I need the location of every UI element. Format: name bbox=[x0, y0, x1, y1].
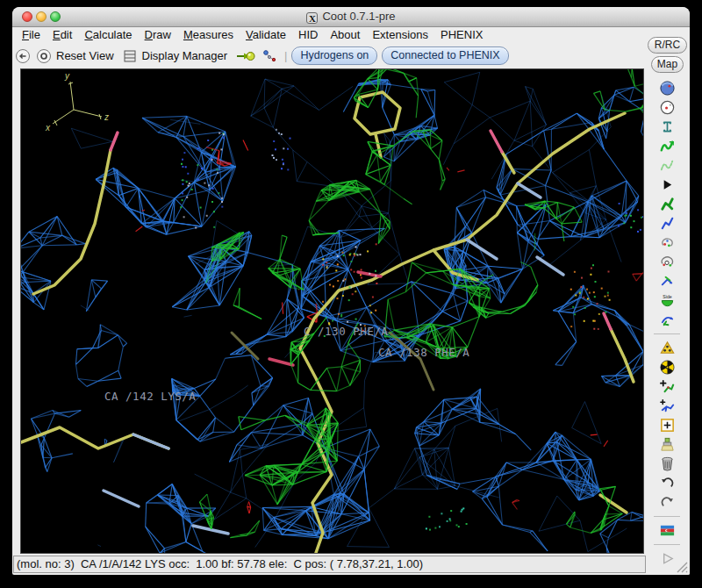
hydrogens-toggle-button[interactable]: Hydrogens on bbox=[291, 47, 377, 65]
clear-pending-icon[interactable] bbox=[658, 435, 677, 454]
menu-item-draw[interactable]: Draw bbox=[139, 28, 177, 41]
menu-item-edit[interactable]: Edit bbox=[47, 28, 78, 41]
titlebar[interactable]: XCoot 0.7.1-pre bbox=[12, 7, 690, 27]
fixed-atoms-icon[interactable] bbox=[658, 118, 677, 136]
toolbar: Reset View Display Manager | Hydrogens o… bbox=[12, 43, 642, 68]
mutate-auto-fit-icon[interactable] bbox=[658, 339, 677, 357]
menu-item-phenix[interactable]: PHENIX bbox=[434, 28, 489, 41]
menu-item-hid[interactable]: HID bbox=[292, 28, 324, 41]
real-space-refine-icon[interactable] bbox=[658, 137, 677, 155]
tandem-refine-icon[interactable] bbox=[658, 98, 677, 117]
add-alt-conf-icon[interactable] bbox=[658, 397, 677, 415]
molecule-icon[interactable] bbox=[261, 48, 277, 64]
reset-view-icon[interactable] bbox=[36, 48, 52, 64]
run-button-icon[interactable] bbox=[658, 549, 677, 568]
delete-item-icon[interactable] bbox=[658, 455, 677, 473]
x11-app-icon: X bbox=[306, 12, 318, 24]
menu-item-measures[interactable]: Measures bbox=[177, 28, 240, 41]
app-window: XCoot 0.7.1-pre FileEditCalculateDrawMea… bbox=[12, 7, 690, 575]
window-title: XCoot 0.7.1-pre bbox=[12, 10, 690, 24]
svg-text:z: z bbox=[104, 112, 109, 122]
undo-icon[interactable] bbox=[658, 474, 677, 492]
menu-item-extensions[interactable]: Extensions bbox=[366, 28, 434, 41]
status-bar: (mol. no: 3) CA /1/A/142 LYS occ: 1.00 b… bbox=[13, 556, 646, 573]
strip-separator bbox=[654, 516, 680, 517]
phenix-connection-button[interactable]: Connected to PHENIX bbox=[382, 47, 508, 65]
menu-bar: FileEditCalculateDrawMeasuresValidateHID… bbox=[12, 28, 690, 43]
display-manager-button[interactable]: Display Manager bbox=[142, 49, 228, 62]
map-toggle-button[interactable]: Map bbox=[651, 56, 684, 73]
toolbar-separator: | bbox=[284, 49, 287, 62]
sphere-refine-icon[interactable] bbox=[658, 79, 677, 97]
model-tool-strip: Side bbox=[644, 79, 690, 568]
flip-peptide-icon[interactable] bbox=[658, 272, 677, 290]
strip-separator bbox=[654, 544, 680, 545]
edit-chi-angles-icon[interactable] bbox=[658, 233, 677, 252]
side-chain-180-icon[interactable]: Side bbox=[658, 291, 677, 310]
reset-view-button[interactable]: Reset View bbox=[56, 49, 114, 62]
residue-label: CA /142 LYS/A bbox=[104, 390, 196, 403]
add-terminal-residue-icon[interactable] bbox=[658, 377, 677, 396]
flag-icon[interactable] bbox=[658, 521, 677, 540]
svg-text:y: y bbox=[64, 71, 70, 81]
simple-mutate-icon[interactable] bbox=[658, 358, 677, 376]
rotamers-icon[interactable] bbox=[658, 214, 677, 233]
strip-separator bbox=[654, 333, 680, 334]
back-view-icon[interactable] bbox=[15, 48, 31, 64]
redo-icon[interactable] bbox=[658, 493, 677, 512]
menu-item-calculate[interactable]: Calculate bbox=[78, 28, 138, 41]
auto-fit-rotamer-icon[interactable] bbox=[658, 195, 677, 213]
svg-text:Side: Side bbox=[663, 294, 672, 299]
menu-item-about[interactable]: About bbox=[324, 28, 366, 41]
display-manager-icon[interactable] bbox=[122, 48, 138, 64]
rigid-body-fit-icon[interactable] bbox=[658, 176, 677, 194]
menu-item-file[interactable]: File bbox=[16, 28, 47, 41]
place-atom-icon[interactable] bbox=[658, 416, 677, 434]
regularize-zone-icon[interactable] bbox=[658, 156, 677, 175]
residue-label: CA /138 PHE/A bbox=[378, 346, 469, 359]
graphics-canvas[interactable]: yxzC /130 PHE/ACA /138 PHE/ACA /142 LYS/… bbox=[20, 68, 644, 554]
resize-grip[interactable] bbox=[675, 560, 688, 573]
menu-item-validate[interactable]: Validate bbox=[240, 28, 292, 41]
go-to-atom-icon[interactable] bbox=[235, 48, 256, 64]
residue-label: C /130 PHE/A bbox=[304, 325, 388, 338]
svg-text:x: x bbox=[45, 123, 51, 133]
torsion-general-icon[interactable] bbox=[658, 253, 677, 271]
side-panel: R/RC Map Side bbox=[644, 30, 690, 575]
jed-flip-icon[interactable] bbox=[658, 311, 677, 329]
rrc-toggle-button[interactable]: R/RC bbox=[648, 37, 687, 54]
axes-indicator: yxz bbox=[45, 71, 109, 133]
